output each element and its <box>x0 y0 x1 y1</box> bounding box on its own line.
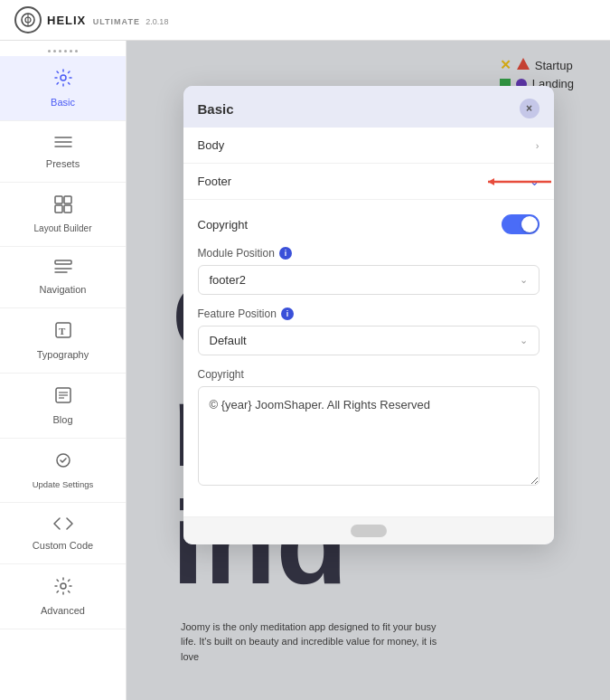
footer-section-label: Footer <box>198 175 232 188</box>
module-position-group: Module Position i footer2 ⌄ <box>198 247 540 295</box>
sidebar-label-blog: Blog <box>52 414 72 425</box>
sidebar-item-basic[interactable]: Basic <box>0 56 126 121</box>
modal-footer-scroll <box>183 517 554 544</box>
copyright-toggle-label: Copyright <box>198 218 249 232</box>
copyright-textarea[interactable] <box>198 386 540 486</box>
body-section-row[interactable]: Body › <box>183 128 554 164</box>
main-layout: Basic Presets Layout Buil <box>0 41 610 700</box>
footer-row-wrapper: Footer ⌄ <box>183 164 554 200</box>
copyright-text-group: Copyright <box>198 368 540 489</box>
content-area: ✕ Startup Landing eal nsl ind Joomy is t… <box>127 41 610 700</box>
sidebar-item-typography[interactable]: T Typography <box>0 308 126 374</box>
module-position-info-icon[interactable]: i <box>279 247 292 260</box>
sidebar-item-update-settings[interactable]: Update Settings <box>0 439 126 503</box>
helix-logo-circle <box>14 6 42 33</box>
helix-logo: HELIX ULTIMATE 2.0.18 <box>14 6 168 33</box>
sidebar-label-typography: Typography <box>37 349 89 360</box>
svg-text:T: T <box>59 326 66 336</box>
modal-header: Basic × <box>183 86 554 128</box>
drag-handle <box>48 50 78 52</box>
modal-close-button[interactable]: × <box>520 99 540 118</box>
module-position-label-text: Module Position <box>198 247 275 260</box>
sidebar-item-advanced[interactable]: Advanced <box>0 564 126 629</box>
helix-version: 2.0.18 <box>145 17 168 26</box>
typography-icon: T <box>54 321 72 344</box>
advanced-icon <box>54 577 72 600</box>
svg-rect-9 <box>55 205 62 213</box>
sidebar-label-navigation: Navigation <box>40 284 87 295</box>
module-position-select[interactable]: footer2 ⌄ <box>198 265 540 295</box>
sidebar-item-layout-builder[interactable]: Layout Builder <box>0 183 126 247</box>
top-bar: HELIX ULTIMATE 2.0.18 <box>0 0 610 41</box>
copyright-toggle-row: Copyright <box>198 214 540 234</box>
sidebar-label-basic: Basic <box>51 97 75 108</box>
sidebar-item-custom-code[interactable]: Custom Code <box>0 503 126 564</box>
body-chevron-icon: › <box>536 140 540 151</box>
footer-section-row[interactable]: Footer ⌄ <box>183 164 554 200</box>
update-settings-icon <box>54 451 72 474</box>
svg-rect-7 <box>55 196 62 203</box>
modal-overlay: Basic × Body › Footer <box>127 41 610 700</box>
module-position-chevron-icon: ⌄ <box>520 274 528 286</box>
sidebar-label-advanced: Advanced <box>41 605 85 616</box>
sidebar-item-navigation[interactable]: Navigation <box>0 247 126 308</box>
feature-position-select[interactable]: Default ⌄ <box>198 326 540 355</box>
modal-title: Basic <box>198 101 234 117</box>
body-section-label: Body <box>198 138 225 152</box>
svg-point-21 <box>61 583 66 589</box>
feature-position-value: Default <box>210 334 247 347</box>
copyright-text-label-text: Copyright <box>198 368 244 381</box>
feature-position-label: Feature Position i <box>198 307 540 320</box>
sidebar-label-custom-code: Custom Code <box>33 540 93 551</box>
sidebar-item-presets[interactable]: Presets <box>0 121 126 183</box>
sidebar-label-layout-builder: Layout Builder <box>34 223 92 233</box>
modal: Basic × Body › Footer <box>183 86 554 544</box>
toggle-knob <box>521 216 538 232</box>
copyright-toggle[interactable] <box>502 214 540 234</box>
feature-position-chevron-icon: ⌄ <box>520 335 528 346</box>
modal-body: Body › Footer ⌄ <box>183 128 554 517</box>
helix-brand-sub: ULTIMATE <box>93 17 140 26</box>
module-position-label: Module Position i <box>198 247 540 260</box>
module-position-value: footer2 <box>210 273 246 287</box>
feature-position-group: Feature Position i Default ⌄ <box>198 307 540 355</box>
presets-icon <box>54 134 72 153</box>
blog-icon <box>54 386 72 409</box>
scroll-indicator <box>351 525 387 537</box>
footer-expanded-section: Copyright Module Position i <box>183 200 554 517</box>
gear-icon <box>54 69 72 91</box>
sidebar-label-update-settings: Update Settings <box>33 479 94 489</box>
navigation-icon <box>54 260 72 279</box>
red-arrow-indicator <box>483 173 554 191</box>
svg-point-3 <box>61 75 66 80</box>
sidebar-label-presets: Presets <box>46 158 80 169</box>
helix-brand-name: HELIX <box>47 14 86 27</box>
svg-rect-8 <box>64 196 71 203</box>
sidebar-item-blog[interactable]: Blog <box>0 374 126 439</box>
feature-position-info-icon[interactable]: i <box>281 307 294 320</box>
sidebar: Basic Presets Layout Buil <box>0 41 127 700</box>
copyright-text-label: Copyright <box>198 368 540 381</box>
svg-rect-10 <box>64 205 71 213</box>
svg-rect-11 <box>55 260 71 264</box>
feature-position-label-text: Feature Position <box>198 307 277 320</box>
svg-marker-24 <box>488 178 494 185</box>
layout-builder-icon <box>54 195 72 218</box>
custom-code-icon <box>53 516 73 534</box>
